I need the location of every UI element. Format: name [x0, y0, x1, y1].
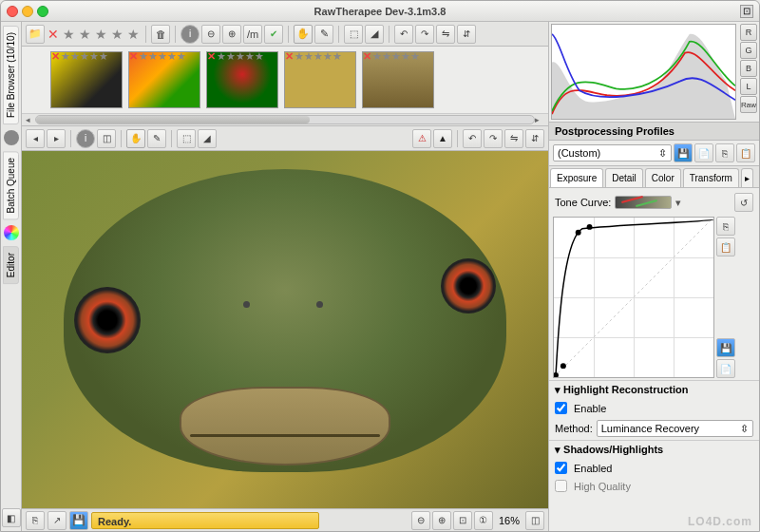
histo-g-button[interactable]: G: [740, 42, 757, 59]
thumbnail[interactable]: ✕★★★★★: [362, 51, 434, 108]
curve-load-button[interactable]: 📄: [716, 359, 735, 378]
shadow-clip-button[interactable]: ▲: [433, 129, 452, 148]
zoom-out-browser-button[interactable]: ⊖: [201, 25, 220, 44]
flip-v-button-2[interactable]: ⇵: [525, 129, 544, 148]
zoom-100-button[interactable]: ①: [474, 511, 493, 530]
thumbnail[interactable]: ✕★★★★★: [206, 51, 278, 108]
nav-back-button[interactable]: ◂: [26, 129, 45, 148]
hl-method-select[interactable]: Luminance Recovery⇳: [597, 420, 753, 437]
tone-curve-editor[interactable]: [553, 217, 714, 378]
profile-select[interactable]: (Custom)⇳: [553, 144, 672, 162]
scroll-track[interactable]: [35, 115, 535, 124]
tab-exposure[interactable]: Exposure: [550, 168, 603, 187]
rotate-right-button[interactable]: ↷: [415, 25, 434, 44]
tonecurve-type-select[interactable]: [615, 196, 672, 209]
image-viewport[interactable]: [22, 151, 548, 508]
wb-picker-button[interactable]: ✎: [147, 129, 166, 148]
straighten-tool-button[interactable]: ◢: [365, 25, 384, 44]
straighten-button[interactable]: ◢: [198, 129, 217, 148]
tab-transform[interactable]: Transform: [683, 168, 739, 187]
thumb-star[interactable]: ★★★★★: [139, 50, 186, 63]
hl-enable-checkbox[interactable]: [555, 402, 567, 414]
trash-button[interactable]: 🗑: [151, 25, 170, 44]
histo-b-button[interactable]: B: [740, 60, 757, 77]
scroll-right-button[interactable]: ▸: [535, 115, 544, 124]
window-minimize-button[interactable]: [22, 6, 33, 17]
highlight-clip-button[interactable]: ⚠: [412, 129, 431, 148]
hand-tool-button-2[interactable]: ✋: [126, 129, 145, 148]
thumbnail[interactable]: ✕★★★★★: [128, 51, 200, 108]
unrate-button[interactable]: ✕: [47, 27, 60, 42]
ab-button[interactable]: /m: [243, 25, 262, 44]
thumb-star[interactable]: ★★★★★: [217, 50, 264, 63]
zoom-out-button[interactable]: ⊖: [411, 511, 430, 530]
window-close-button[interactable]: [7, 6, 18, 17]
curve-copy-button[interactable]: ⎘: [716, 217, 735, 236]
rate-2-star[interactable]: ★: [78, 27, 92, 42]
crop-tool-button[interactable]: ⬚: [344, 25, 363, 44]
histo-l-button[interactable]: L: [740, 78, 757, 95]
highlight-recon-header[interactable]: ▾ Highlight Reconstruction: [549, 380, 759, 399]
thumb-unrate-icon[interactable]: ✕: [285, 50, 294, 63]
hand-tool-button[interactable]: ✋: [294, 25, 313, 44]
save-button[interactable]: 💾: [69, 511, 88, 530]
curve-save-button[interactable]: 💾: [716, 338, 735, 357]
window-zoom-button[interactable]: [37, 6, 48, 17]
tab-detail[interactable]: Detail: [605, 168, 643, 187]
window-maximize-button[interactable]: ⊡: [740, 5, 753, 18]
tab-batch-queue[interactable]: Batch Queue: [3, 151, 19, 219]
rate-4-star[interactable]: ★: [110, 27, 124, 42]
rotate-right-button-2[interactable]: ↷: [484, 129, 503, 148]
rate-3-star[interactable]: ★: [94, 27, 108, 42]
zoom-in-button[interactable]: ⊕: [432, 511, 451, 530]
thumb-star[interactable]: ★★★★★: [61, 50, 108, 63]
rate-1-star[interactable]: ★: [62, 27, 76, 42]
before-after-button[interactable]: ◫: [97, 129, 116, 148]
histo-raw-button[interactable]: Raw: [740, 96, 757, 113]
nav-fwd-button[interactable]: ▸: [47, 129, 66, 148]
tonecurve-reset-button[interactable]: ↺: [734, 193, 753, 212]
scroll-left-button[interactable]: ◂: [26, 115, 35, 124]
sh-enabled-checkbox[interactable]: [555, 462, 567, 474]
thumbnail[interactable]: ✕★★★★★: [284, 51, 356, 108]
send-to-button[interactable]: ↗: [48, 511, 66, 530]
thumbnail[interactable]: ✕★★★★★: [50, 51, 123, 108]
profile-paste-button[interactable]: 📋: [736, 143, 755, 162]
shadows-highlights-header[interactable]: ▾ Shadows/Highlights: [549, 440, 759, 459]
rate-5-star[interactable]: ★: [126, 27, 141, 42]
queue-button[interactable]: ⎘: [26, 511, 45, 530]
thumb-unrate-icon[interactable]: ✕: [129, 50, 138, 63]
thumb-unrate-icon[interactable]: ✕: [363, 50, 371, 63]
tab-overflow[interactable]: ▸: [741, 168, 753, 187]
chevron-down-icon[interactable]: ▾: [675, 197, 681, 209]
profile-save-button[interactable]: 💾: [674, 143, 693, 162]
info-button[interactable]: i: [180, 25, 200, 44]
new-detail-window-button[interactable]: ◫: [525, 511, 544, 530]
checkmark-button[interactable]: ✔: [264, 25, 283, 44]
crop-button[interactable]: ⬚: [177, 129, 196, 148]
profile-copy-button[interactable]: ⎘: [715, 143, 734, 162]
tab-color[interactable]: Color: [645, 168, 681, 187]
scroll-thumb[interactable]: [36, 116, 310, 124]
curve-paste-button[interactable]: 📋: [716, 238, 735, 256]
thumb-scrollbar[interactable]: ◂ ▸: [22, 113, 548, 126]
flip-h-button[interactable]: ⇋: [436, 25, 455, 44]
rotate-left-button[interactable]: ↶: [394, 25, 413, 44]
profile-load-button[interactable]: 📄: [694, 143, 713, 162]
thumb-unrate-icon[interactable]: ✕: [207, 50, 216, 63]
sh-hq-checkbox[interactable]: [555, 480, 567, 492]
info-toggle-button[interactable]: i: [76, 129, 95, 148]
zoom-fit-button[interactable]: ⊡: [453, 511, 472, 530]
flip-v-button[interactable]: ⇵: [457, 25, 476, 44]
tab-editor[interactable]: Editor: [3, 246, 19, 284]
flip-h-button-2[interactable]: ⇋: [504, 129, 523, 148]
rotate-left-button-2[interactable]: ↶: [463, 129, 482, 148]
tab-file-browser[interactable]: File Browser (10/10): [3, 26, 19, 124]
folder-button[interactable]: 📁: [26, 25, 45, 44]
thumb-unrate-icon[interactable]: ✕: [51, 50, 60, 63]
histo-r-button[interactable]: R: [740, 24, 757, 41]
zoom-in-browser-button[interactable]: ⊕: [222, 25, 241, 44]
toggle-left-panel-button[interactable]: ◧: [2, 508, 21, 527]
thumb-star[interactable]: ★★★★★: [294, 50, 342, 63]
thumb-star[interactable]: ★★★★★: [372, 50, 420, 63]
